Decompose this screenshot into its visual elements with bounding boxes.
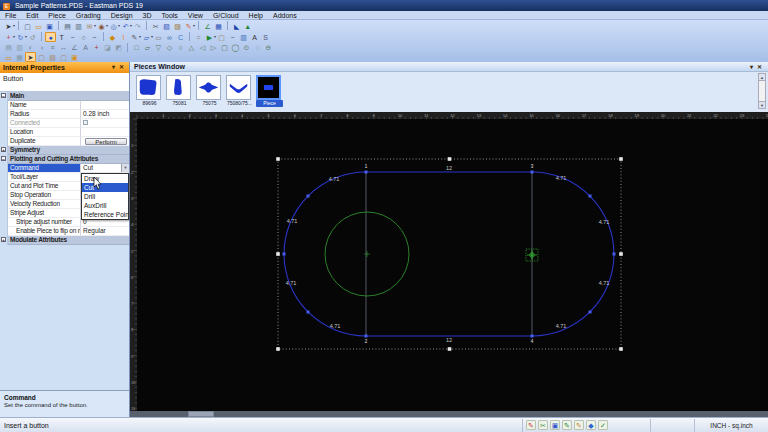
ruler-tool-icon[interactable]: ◣ bbox=[231, 21, 242, 31]
selection-handle[interactable] bbox=[276, 347, 280, 351]
dropdown-item-reference-point[interactable]: Reference Point bbox=[82, 210, 128, 219]
summary-icon[interactable]: S bbox=[260, 32, 271, 42]
add-point-icon[interactable]: ○ bbox=[78, 32, 89, 42]
open-folder-icon[interactable]: ▭ bbox=[33, 21, 44, 31]
smooth-icon[interactable]: ↺ bbox=[27, 32, 38, 42]
draw-pen-icon[interactable]: ✎ bbox=[562, 420, 572, 430]
shape-stadium-icon[interactable]: ⊖ bbox=[263, 42, 274, 52]
selection-handle[interactable] bbox=[448, 347, 452, 351]
shape-trapezoid-icon[interactable]: ▽ bbox=[153, 42, 164, 52]
dropdown-item-auxdrill[interactable]: AuxDrill bbox=[82, 201, 128, 210]
design-canvas[interactable]: 1234567891011121314151617181920212223241… bbox=[130, 112, 768, 411]
menu-edit[interactable]: Edit bbox=[21, 11, 43, 19]
shape-triangle-icon[interactable]: △ bbox=[186, 42, 197, 52]
property-row-connected[interactable]: Connected bbox=[0, 119, 129, 128]
shape-circle-icon[interactable]: ◯ bbox=[230, 42, 241, 52]
menu-grading[interactable]: Grading bbox=[71, 11, 106, 19]
pin-icon[interactable]: ! bbox=[118, 32, 129, 42]
property-value[interactable]: 0.28 inch bbox=[81, 110, 129, 119]
format-brush-icon[interactable]: ✎ bbox=[183, 21, 194, 31]
shape-diamond-icon[interactable]: ◇ bbox=[164, 42, 175, 52]
property-value[interactable] bbox=[81, 101, 129, 110]
property-row-name[interactable]: Name bbox=[0, 101, 129, 110]
outline-point[interactable] bbox=[531, 335, 534, 338]
move-point-icon[interactable]: + bbox=[3, 32, 14, 42]
menu-piece[interactable]: Piece bbox=[43, 11, 71, 19]
sheet-icon[interactable]: ▢ bbox=[216, 32, 227, 42]
grade-table-icon[interactable]: ▤ bbox=[3, 42, 14, 52]
checkbox[interactable] bbox=[83, 120, 88, 125]
remove-icon[interactable]: − bbox=[227, 32, 238, 42]
collapse-icon[interactable]: − bbox=[1, 93, 6, 98]
rotate-icon[interactable]: ↻ bbox=[15, 32, 26, 42]
shape-ellipse-icon[interactable]: ⊙ bbox=[241, 42, 252, 52]
seam-icon[interactable]: = bbox=[193, 32, 204, 42]
new-document-icon[interactable]: ▢ bbox=[22, 21, 33, 31]
outline-point[interactable] bbox=[365, 335, 368, 338]
property-value[interactable] bbox=[81, 128, 129, 137]
property-row-command[interactable]: CommandCut▼ bbox=[0, 164, 129, 173]
piece-preview[interactable] bbox=[226, 75, 251, 100]
selection-handle[interactable] bbox=[448, 157, 452, 161]
workspace-folder-icon[interactable]: ▭ bbox=[3, 52, 14, 62]
perform-button[interactable]: Perform bbox=[85, 138, 127, 145]
measure-icon[interactable]: ∠ bbox=[202, 21, 213, 31]
shape-parallelogram-icon[interactable]: ▱ bbox=[142, 42, 153, 52]
sheet-2-icon[interactable]: ▧ bbox=[47, 52, 58, 62]
dimension-icon[interactable]: ↔ bbox=[58, 42, 69, 52]
text-tool-icon[interactable]: T bbox=[56, 32, 67, 42]
plot-pen-icon[interactable]: ✎ bbox=[526, 420, 536, 430]
cut-icon[interactable]: ✂ bbox=[150, 21, 161, 31]
outline-point[interactable] bbox=[589, 311, 592, 314]
dropdown-item-cut[interactable]: Cut bbox=[82, 183, 128, 192]
curve-tool-icon[interactable]: ~ bbox=[89, 32, 100, 42]
section-plotting-and-cutting-attributes[interactable]: −Plotting and Cutting Attributes bbox=[0, 155, 129, 164]
sheet-new-icon[interactable]: ▣ bbox=[69, 52, 80, 62]
email-icon[interactable]: ✉ bbox=[84, 21, 95, 31]
menu-file[interactable]: File bbox=[0, 11, 21, 19]
mark-icon[interactable]: + bbox=[91, 42, 102, 52]
align-icon[interactable]: ≡ bbox=[47, 42, 58, 52]
selection-handle[interactable] bbox=[276, 252, 280, 256]
copy-icon[interactable]: ▧ bbox=[161, 21, 172, 31]
paste-icon[interactable]: ▨ bbox=[172, 21, 183, 31]
outline-point[interactable] bbox=[283, 253, 286, 256]
outline-point[interactable] bbox=[365, 171, 368, 174]
dropdown-item-draw[interactable]: Draw bbox=[82, 174, 128, 183]
annotate-icon[interactable]: A bbox=[80, 42, 91, 52]
selection-handle[interactable] bbox=[619, 347, 623, 351]
layers-icon[interactable]: ▱ bbox=[141, 32, 152, 42]
combo-dropdown-icon[interactable]: ▼ bbox=[121, 164, 129, 172]
flip-vertical-icon[interactable]: ◑ bbox=[36, 42, 47, 52]
close-icon[interactable]: ✕ bbox=[117, 62, 126, 73]
collapse-icon[interactable]: − bbox=[1, 156, 6, 161]
selection-handle[interactable] bbox=[276, 157, 280, 161]
piece-thumbnail-bowtie[interactable]: 75075 bbox=[196, 75, 223, 112]
canvas-background[interactable] bbox=[130, 112, 768, 411]
marker-window-icon[interactable]: ▣ bbox=[550, 420, 560, 430]
outline-point[interactable] bbox=[307, 311, 310, 314]
shape-circle-small-icon[interactable]: ○ bbox=[175, 42, 186, 52]
print-preview-icon[interactable]: ▥ bbox=[73, 21, 84, 31]
check-icon[interactable]: ✓ bbox=[598, 420, 608, 430]
piece-thumbnail-rect[interactable]: Piece bbox=[256, 75, 283, 112]
section-symmetry[interactable]: +Symmetry bbox=[0, 146, 129, 155]
fold-icon[interactable]: ◪ bbox=[102, 42, 113, 52]
piece-preview[interactable] bbox=[196, 75, 221, 100]
menu-addons[interactable]: Addons bbox=[268, 11, 302, 19]
redo-icon[interactable]: ↷ bbox=[132, 21, 143, 31]
save-icon[interactable]: ▣ bbox=[44, 21, 55, 31]
outline-point[interactable] bbox=[613, 253, 616, 256]
sheet-1-icon[interactable]: ▢ bbox=[36, 52, 47, 62]
snapshot-icon[interactable]: ◉ bbox=[96, 21, 107, 31]
piece-thumbnail-blob[interactable]: 89696 bbox=[136, 75, 163, 112]
property-row-enable-piece-to-flip-on-marker[interactable]: Enable Piece to flip on markerRegular bbox=[0, 227, 129, 236]
unfold-icon[interactable]: ◩ bbox=[113, 42, 124, 52]
section-modulate-attributes[interactable]: +Modulate Attributes bbox=[0, 236, 129, 245]
shape-oval-icon[interactable]: ◌ bbox=[252, 42, 263, 52]
outline-point[interactable] bbox=[531, 171, 534, 174]
workspace-grid-icon[interactable]: ▦ bbox=[14, 52, 25, 62]
cut-tool-icon[interactable]: ✂ bbox=[538, 420, 548, 430]
scroll-up-icon[interactable]: ▲ bbox=[759, 74, 765, 81]
piece-thumbnail-chevron[interactable]: 75080/75... bbox=[226, 75, 253, 112]
